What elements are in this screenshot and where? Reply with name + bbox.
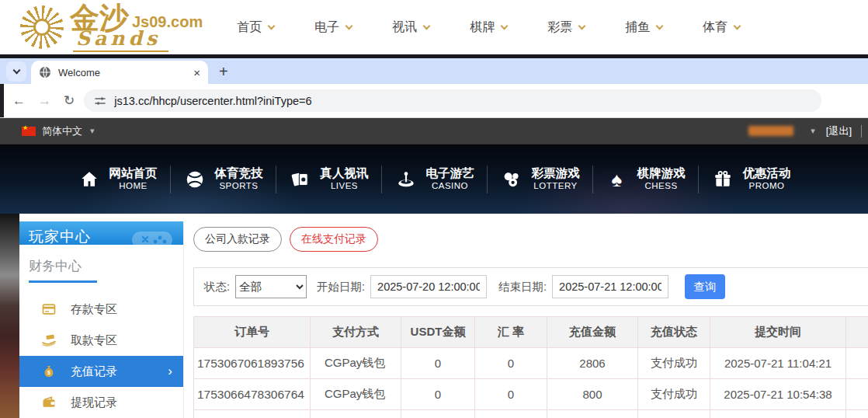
logo-en: Sands bbox=[73, 27, 168, 52]
china-flag-icon: ★ bbox=[22, 127, 36, 136]
site-header: 金沙 Js09.com Sands 首页 电子 视讯 棋牌 彩票 捕鱼 bbox=[0, 0, 868, 54]
url-input[interactable] bbox=[114, 95, 811, 107]
globe-icon bbox=[39, 66, 51, 78]
table-row-partial bbox=[194, 410, 868, 418]
main-nav-promo[interactable]: 优惠活动PROMO bbox=[699, 158, 804, 200]
sidebar-item-deposit[interactable]: 存款专区 bbox=[19, 294, 183, 325]
language-label[interactable]: 简体中文 bbox=[42, 124, 82, 138]
background-image-strip bbox=[0, 214, 19, 418]
browser-tab-strip: Welcome × + bbox=[0, 58, 868, 84]
chevron-down-icon bbox=[268, 22, 276, 30]
sidebar-item-label: 存款专区 bbox=[71, 302, 117, 317]
top-nav-label: 彩票 bbox=[547, 19, 572, 36]
sidebar-item-label: 取款专区 bbox=[71, 333, 117, 348]
end-date-input[interactable] bbox=[552, 275, 668, 298]
browser-tab[interactable]: Welcome × bbox=[31, 61, 208, 84]
logout-button[interactable]: [退出] bbox=[826, 124, 852, 138]
tab-search-button[interactable] bbox=[6, 61, 26, 82]
payment-records-table: 订单号 支付方式 USDT金额 汇 率 充值金额 充值状态 提交时间 17530… bbox=[193, 316, 868, 418]
username-redacted[interactable] bbox=[748, 126, 793, 136]
cell-payment-method: CGPay钱包 bbox=[311, 348, 401, 379]
cell-extra bbox=[846, 379, 868, 410]
deposit-card-icon bbox=[41, 301, 57, 317]
forward-button[interactable]: → bbox=[38, 93, 51, 109]
sidebar-menu: 存款专区 取款专区 $ 充值记录 › bbox=[19, 294, 183, 418]
top-nav-label: 电子 bbox=[314, 19, 339, 36]
cell-exchange-rate: 0 bbox=[475, 379, 547, 410]
col-payment-method: 支付方式 bbox=[311, 317, 401, 348]
top-nav-fishing[interactable]: 捕鱼 bbox=[625, 19, 662, 36]
filter-bar: 状态: 全部 开始日期: 结束日期: 查询 bbox=[193, 267, 868, 306]
new-tab-button[interactable]: + bbox=[219, 64, 228, 79]
sidebar-section-finance: 财务中心 bbox=[19, 245, 183, 283]
nav-cn: 体育竞技 bbox=[215, 166, 263, 181]
cell-empty bbox=[194, 410, 311, 418]
page-body: 玩家中心 PLAYERS CENTER 财务中心 存款专区 bbox=[0, 214, 868, 418]
tab-company-deposit-records[interactable]: 公司入款记录 bbox=[193, 227, 282, 252]
table-header-row: 订单号 支付方式 USDT金额 汇 率 充值金额 充值状态 提交时间 bbox=[194, 317, 868, 348]
site-logo[interactable]: 金沙 Js09.com Sands bbox=[20, 3, 203, 52]
top-nav-chess[interactable]: 棋牌 bbox=[470, 19, 507, 36]
main-nav-chess[interactable]: ♠ 棋牌游戏CHESS bbox=[593, 158, 698, 200]
omnibox[interactable] bbox=[84, 89, 821, 112]
nav-en: CHESS bbox=[644, 181, 677, 192]
chevron-down-icon bbox=[734, 22, 741, 30]
nav-en: SPORTS bbox=[219, 181, 258, 192]
sports-ball-icon bbox=[183, 168, 207, 191]
sun-logo-icon bbox=[20, 5, 64, 49]
top-nav-slots[interactable]: 电子 bbox=[314, 19, 352, 36]
nav-en: LOTTERY bbox=[533, 181, 577, 192]
top-nav-label: 视讯 bbox=[392, 19, 417, 36]
main-nav-sports[interactable]: 体育竞技SPORTS bbox=[171, 158, 276, 200]
main-nav-home[interactable]: 网站首页HOME bbox=[65, 158, 170, 200]
nav-cn: 优惠活动 bbox=[743, 166, 791, 181]
start-date-label: 开始日期: bbox=[317, 280, 365, 294]
spade-icon: ♠ bbox=[606, 168, 629, 191]
top-nav-sports[interactable]: 体育 bbox=[703, 19, 740, 36]
status-select[interactable]: 全部 bbox=[235, 275, 307, 298]
lottery-balls-icon bbox=[500, 168, 523, 191]
sidebar-item-withdraw[interactable]: 取款专区 bbox=[19, 325, 183, 356]
cell-empty bbox=[401, 410, 475, 418]
browser-address-bar: ← → ↻ bbox=[0, 84, 868, 118]
cell-empty bbox=[311, 410, 401, 418]
main-nav-lives[interactable]: 真人视讯LIVES bbox=[276, 158, 381, 200]
logo-text: 金沙 Js09.com Sands bbox=[70, 3, 203, 52]
top-nav: 首页 电子 视讯 棋牌 彩票 捕鱼 体育 bbox=[237, 19, 740, 36]
record-type-tabs: 公司入款记录 在线支付记录 bbox=[193, 227, 868, 252]
chevron-down-icon bbox=[578, 22, 586, 30]
col-exchange-rate: 汇 率 bbox=[475, 317, 547, 348]
cell-recharge-status: 支付成功 bbox=[638, 379, 710, 410]
search-button[interactable]: 查询 bbox=[685, 274, 725, 299]
table-row: 1753066478306764 CGPay钱包 0 0 800 支付成功 20… bbox=[194, 379, 868, 410]
top-nav-live[interactable]: 视讯 bbox=[392, 19, 429, 36]
main-nav-casino[interactable]: 电子游艺CASINO bbox=[382, 158, 487, 200]
tab-title: Welcome bbox=[58, 67, 186, 78]
start-date-input[interactable] bbox=[370, 275, 487, 298]
nav-en: LIVES bbox=[331, 181, 358, 192]
tab-online-payment-records[interactable]: 在线支付记录 bbox=[290, 227, 378, 252]
top-nav-home[interactable]: 首页 bbox=[237, 19, 274, 36]
caret-down-icon[interactable]: ▾ bbox=[811, 126, 815, 136]
cell-usdt-amount: 0 bbox=[401, 348, 475, 379]
site-settings-icon[interactable] bbox=[94, 95, 106, 107]
col-recharge-amount: 充值金额 bbox=[547, 317, 638, 348]
wallet-icon bbox=[41, 395, 57, 410]
tab-close-icon[interactable]: × bbox=[193, 67, 200, 78]
table-row: 1753067061893756 CGPay钱包 0 0 2806 支付成功 2… bbox=[194, 348, 868, 379]
sidebar-item-withdrawal-records[interactable]: 提现记录 bbox=[19, 387, 183, 418]
playing-cards-icon bbox=[289, 168, 312, 191]
withdraw-hand-icon bbox=[41, 333, 57, 348]
top-nav-label: 捕鱼 bbox=[625, 19, 650, 36]
back-button[interactable]: ← bbox=[12, 93, 26, 109]
reload-button[interactable]: ↻ bbox=[64, 92, 75, 109]
money-bag-icon: $ bbox=[41, 364, 57, 379]
chevron-right-icon: › bbox=[168, 364, 172, 379]
main-nav-lottery[interactable]: 彩票游戏LOTTERY bbox=[488, 158, 592, 200]
top-nav-lottery[interactable]: 彩票 bbox=[547, 19, 585, 36]
sidebar-item-recharge-records[interactable]: $ 充值记录 › bbox=[19, 356, 183, 387]
flag-star: ★ bbox=[23, 124, 28, 131]
caret-down-icon[interactable]: ▾ bbox=[90, 126, 95, 136]
top-nav-label: 首页 bbox=[237, 19, 262, 36]
divider bbox=[861, 125, 862, 138]
